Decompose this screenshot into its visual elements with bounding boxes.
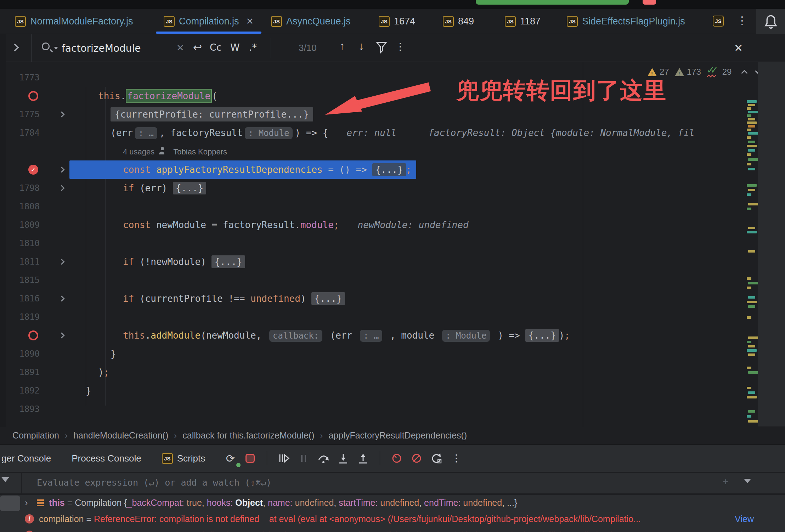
- tab-label: NormalModuleFactory.js: [30, 16, 133, 27]
- fold-chevron-icon[interactable]: [59, 296, 65, 302]
- fold-chevron-icon[interactable]: [59, 112, 65, 118]
- notch-green-indicator: [476, 0, 629, 5]
- scrollbar-track[interactable]: [758, 62, 785, 426]
- console-tab-process-console[interactable]: Process Console: [72, 453, 141, 464]
- next-match-arrow-icon[interactable]: ↓: [358, 40, 364, 53]
- resume-icon[interactable]: [276, 450, 292, 466]
- tab-options-kebab-icon[interactable]: ⋮: [737, 14, 747, 27]
- folded-block[interactable]: {...}: [372, 163, 406, 176]
- stripe-mark: [748, 158, 758, 161]
- view-breakpoints-icon[interactable]: [389, 450, 405, 466]
- code-token: this: [98, 91, 120, 101]
- newline-icon[interactable]: ↩: [193, 41, 202, 53]
- step-out-icon[interactable]: [355, 450, 371, 466]
- search-clear-icon[interactable]: ✕: [176, 43, 184, 53]
- code-vision-author[interactable]: Tobias Koppers: [166, 147, 227, 156]
- folded-block[interactable]: {...}: [525, 329, 559, 342]
- search-toggle-W[interactable]: W: [230, 42, 240, 53]
- search-close-icon[interactable]: ✕: [734, 42, 743, 54]
- stripe-mark: [747, 208, 751, 210]
- console-tab-ger-console[interactable]: ger Console: [1, 453, 51, 464]
- stop-icon[interactable]: [242, 450, 258, 466]
- breadcrumb-item[interactable]: handleModuleCreation(): [73, 430, 168, 441]
- step-into-icon[interactable]: [335, 450, 351, 466]
- console-row[interactable]: ›this = Compilation {_backCompat: true, …: [25, 494, 785, 511]
- evaluate-history-caret-icon[interactable]: [744, 479, 751, 483]
- code-token: (err): [134, 183, 173, 193]
- fold-chevron-icon[interactable]: [59, 185, 65, 191]
- search-options-kebab-icon[interactable]: ⋮: [395, 42, 405, 52]
- notifications-panel[interactable]: [756, 9, 785, 34]
- reset-frame-icon[interactable]: [428, 450, 445, 466]
- tab-sideeffectsflagplugin-js[interactable]: JSSideEffectsFlagPlugin.js: [567, 9, 685, 34]
- debug-options-kebab-icon[interactable]: ⋮: [448, 450, 464, 466]
- folded-block[interactable]: {...}: [173, 182, 206, 194]
- code-editor[interactable]: 1773this.factorizeModule(1775{currentPro…: [0, 62, 785, 427]
- console-error-text: compilation = ReferenceError: compilatio…: [39, 514, 735, 524]
- view-link[interactable]: View: [735, 530, 754, 532]
- rerun-icon[interactable]: ⟳: [222, 450, 238, 466]
- tab-normalmodulefactory-js[interactable]: JSNormalModuleFactory.js: [15, 9, 133, 34]
- stripe-mark: [747, 287, 751, 289]
- console-error-text: params = ReferenceError: params is not d…: [39, 530, 735, 532]
- js-file-icon[interactable]: JS: [713, 16, 724, 27]
- folded-block[interactable]: {...}: [311, 292, 345, 305]
- code-token: if: [123, 183, 134, 193]
- stripe-mark: [748, 410, 755, 413]
- tab-1674[interactable]: JS1674: [379, 9, 415, 34]
- tab-849[interactable]: JS849: [443, 9, 474, 34]
- code-vision-usages[interactable]: 4 usages: [123, 147, 154, 156]
- js-file-icon: JS: [379, 16, 390, 27]
- tab-close-icon[interactable]: ✕: [246, 16, 254, 27]
- console-value-token: Compilation: [75, 498, 124, 508]
- js-file-icon: JS: [567, 16, 578, 27]
- mute-breakpoints-icon[interactable]: [408, 450, 425, 466]
- debugger-inline-value: factoryResult: Object {module: NormalMod…: [428, 128, 694, 138]
- step-over-icon[interactable]: [315, 450, 332, 466]
- view-link[interactable]: View: [735, 514, 754, 524]
- console-row[interactable]: !compilation = ReferenceError: compilati…: [25, 511, 785, 527]
- stripe-mark: [747, 316, 751, 319]
- stripe-mark: [748, 189, 755, 191]
- console-value-token: true: [187, 498, 202, 508]
- pause-icon[interactable]: [295, 450, 312, 466]
- breakpoint-verified-icon[interactable]: ✓: [28, 165, 38, 175]
- console-scroll-thumb[interactable]: [0, 496, 20, 511]
- code-token: ;: [104, 367, 109, 378]
- tab-compilation-js[interactable]: JSCompilation.js✕: [164, 9, 254, 34]
- expand-chevron-icon[interactable]: ›: [25, 498, 28, 508]
- tab-asyncqueue-js[interactable]: JSAsyncQueue.js: [271, 9, 351, 34]
- panel-collapse-triangle-icon[interactable]: [1, 477, 9, 482]
- fold-chevron-icon[interactable]: [59, 167, 65, 173]
- search-toggle-Cc[interactable]: Cc: [210, 42, 222, 53]
- console-row[interactable]: !params = ReferenceError: params is not …: [25, 527, 785, 532]
- search-icon[interactable]: [42, 43, 50, 50]
- code-token: ,: [159, 128, 170, 138]
- inline-type-hint: : …: [360, 330, 382, 342]
- previous-match-arrow-icon[interactable]: ↑: [339, 40, 345, 53]
- search-history-caret-icon[interactable]: [54, 47, 58, 50]
- filter-icon[interactable]: [375, 41, 388, 54]
- fold-chevron-icon[interactable]: [59, 259, 65, 265]
- add-watch-icon[interactable]: +: [723, 476, 728, 487]
- breadcrumb-item[interactable]: Compilation: [12, 430, 59, 441]
- code-text: this.addModule(newModule, callback: (err…: [69, 326, 570, 345]
- console-tab-scripts[interactable]: JSScripts: [162, 453, 205, 464]
- search-match-highlight[interactable]: factorizeModule: [126, 89, 212, 103]
- tab-1187[interactable]: JS1187: [505, 9, 541, 34]
- fold-chevron-icon[interactable]: [59, 333, 65, 339]
- search-toggle-[interactable]: .*: [249, 42, 257, 53]
- code-token: = () =>: [323, 164, 373, 175]
- search-input[interactable]: factorizeModule: [62, 43, 141, 54]
- evaluate-expression-input[interactable]: Evaluate expression (↵) or add a watch (…: [37, 477, 271, 488]
- folded-block[interactable]: {...}: [211, 255, 245, 268]
- breakpoint-icon[interactable]: [28, 330, 38, 340]
- code-token: const: [123, 220, 156, 230]
- breadcrumb-item[interactable]: callback for this.factorizeModule(): [182, 430, 314, 441]
- console-tab-label: ger Console: [1, 453, 51, 464]
- code-token: if: [123, 293, 134, 304]
- breadcrumb-item[interactable]: applyFactoryResultDependencies(): [329, 430, 467, 441]
- previous-problem-chevron-icon[interactable]: [741, 70, 748, 76]
- folded-region[interactable]: {currentProfile: currentProfile...}: [111, 107, 313, 121]
- breakpoint-icon[interactable]: [28, 91, 38, 101]
